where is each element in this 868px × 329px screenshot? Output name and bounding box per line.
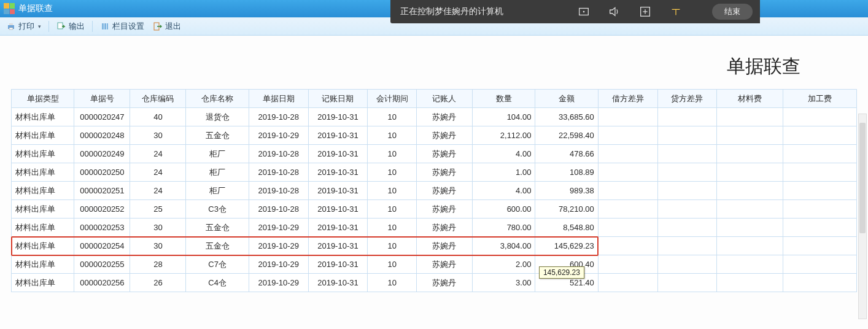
columns-button[interactable]: 栏目设置 [96, 20, 148, 33]
cell-debit_diff [598, 274, 657, 292]
tooltip-text: 145,629.23 [543, 268, 580, 277]
print-button[interactable]: 打印 ▾ [2, 20, 45, 33]
cell-period: 10 [368, 219, 417, 237]
cell-post_date: 2019-10-31 [308, 219, 368, 237]
table-row[interactable]: 材料出库单000002025124柜厂2019-10-282019-10-311… [12, 182, 857, 200]
cell-wh_code: 40 [130, 108, 186, 126]
col-wh_name[interactable]: 仓库名称 [186, 90, 249, 108]
separator [92, 21, 93, 32]
col-doc_no[interactable]: 单据号 [74, 90, 130, 108]
columns-icon [100, 21, 110, 31]
remote-control-bar: 正在控制梦佳婉丹的计算机 结束 [390, 0, 760, 23]
col-credit_diff[interactable]: 贷方差异 [657, 90, 717, 108]
vertical-scrollbar[interactable] [858, 114, 867, 319]
cell-proc_fee [783, 219, 857, 237]
cell-amount: 33,685.60 [535, 108, 598, 126]
cell-credit_diff [657, 108, 717, 126]
end-remote-label: 结束 [724, 7, 740, 16]
col-poster[interactable]: 记账人 [416, 90, 472, 108]
col-amount[interactable]: 金额 [535, 90, 598, 108]
table-row[interactable]: 材料出库单000002025626C4仓2019-10-292019-10-31… [12, 274, 857, 292]
col-proc_fee[interactable]: 加工费 [783, 90, 857, 108]
scrollbar-thumb[interactable] [859, 123, 866, 233]
svg-point-1 [583, 11, 585, 13]
cell-proc_fee [783, 108, 857, 126]
export-button[interactable]: 输出 [53, 20, 88, 33]
cell-doc_date: 2019-10-29 [249, 255, 308, 274]
cell-wh_name: 五金仓 [186, 126, 249, 145]
svg-rect-8 [9, 23, 13, 25]
table-row[interactable]: 材料出库单000002025528C7仓2019-10-292019-10-31… [12, 255, 857, 274]
cell-wh_name: 退货仓 [186, 108, 249, 126]
cell-debit_diff [598, 108, 657, 126]
cell-doc_no: 0000020252 [74, 200, 130, 219]
col-matl_fee[interactable]: 材料费 [717, 90, 783, 108]
cell-post_date: 2019-10-31 [308, 237, 368, 255]
cell-doc_date: 2019-10-28 [249, 200, 308, 219]
cell-doc_date: 2019-10-29 [249, 237, 308, 255]
col-debit_diff[interactable]: 借方差异 [598, 90, 657, 108]
table-container: 单据类型单据号仓库编码仓库名称单据日期记账日期会计期间记账人数量金额借方差异贷方… [0, 89, 868, 292]
col-doc_type[interactable]: 单据类型 [12, 90, 74, 108]
col-post_date[interactable]: 记账日期 [308, 90, 368, 108]
cell-qty: 1.00 [473, 163, 535, 182]
cell-qty: 780.00 [473, 219, 535, 237]
cell-matl_fee [717, 182, 783, 200]
table-row[interactable]: 材料出库单000002025225C3仓2019-10-282019-10-31… [12, 200, 857, 219]
cell-proc_fee [783, 255, 857, 274]
table-row[interactable]: 材料出库单000002024924柜厂2019-10-282019-10-311… [12, 145, 857, 163]
app-icon [4, 3, 15, 14]
svg-rect-11 [102, 23, 104, 29]
cell-poster: 苏婉丹 [416, 219, 472, 237]
cell-qty: 4.00 [473, 145, 535, 163]
cell-doc_no: 0000020256 [74, 274, 130, 292]
cell-proc_fee [783, 145, 857, 163]
cell-amount: 108.89 [535, 163, 598, 182]
table-row[interactable]: 材料出库单000002024830五金仓2019-10-292019-10-31… [12, 126, 857, 145]
table-row[interactable]: 材料出库单000002025024柜厂2019-10-282019-10-311… [12, 163, 857, 182]
cell-wh_name: C4仓 [186, 274, 249, 292]
cell-doc_no: 0000020254 [74, 237, 130, 255]
cell-poster: 苏婉丹 [416, 126, 472, 145]
cell-amount: 22,598.40 [535, 126, 598, 145]
cell-credit_diff [657, 145, 717, 163]
cell-doc_date: 2019-10-28 [249, 163, 308, 182]
cell-amount: 8,548.80 [535, 219, 598, 237]
cell-post_date: 2019-10-31 [308, 163, 368, 182]
end-remote-button[interactable]: 结束 [712, 4, 753, 20]
cell-doc_no: 0000020248 [74, 126, 130, 145]
cell-debit_diff [598, 163, 657, 182]
cell-poster: 苏婉丹 [416, 108, 472, 126]
volume-icon[interactable] [608, 5, 621, 18]
col-doc_date[interactable]: 单据日期 [249, 90, 308, 108]
cell-period: 10 [368, 274, 417, 292]
cell-poster: 苏婉丹 [416, 163, 472, 182]
cell-doc_no: 0000020251 [74, 182, 130, 200]
cell-qty: 600.00 [473, 200, 535, 219]
columns-label: 栏目设置 [112, 21, 144, 32]
fullscreen-icon[interactable] [577, 5, 591, 18]
separator [48, 21, 49, 32]
table-row[interactable]: 材料出库单000002025430五金仓2019-10-292019-10-31… [12, 237, 857, 255]
cell-credit_diff [657, 182, 717, 200]
cell-doc_date: 2019-10-29 [249, 219, 308, 237]
col-wh_code[interactable]: 仓库编码 [130, 90, 186, 108]
table-row[interactable]: 材料出库单000002024740退货仓2019-10-282019-10-31… [12, 108, 857, 126]
page-title: 单据联查 [0, 36, 868, 89]
pin-icon[interactable] [669, 5, 683, 18]
col-qty[interactable]: 数量 [473, 90, 535, 108]
cell-debit_diff [598, 145, 657, 163]
svg-rect-9 [9, 28, 13, 29]
cell-poster: 苏婉丹 [416, 145, 472, 163]
remote-icons [577, 5, 683, 18]
cell-doc_date: 2019-10-29 [249, 126, 308, 145]
new-window-icon[interactable] [638, 5, 652, 18]
cell-debit_diff [598, 200, 657, 219]
exit-button[interactable]: 退出 [149, 20, 185, 33]
table-row[interactable]: 材料出库单000002025330五金仓2019-10-292019-10-31… [12, 219, 857, 237]
cell-credit_diff [657, 237, 717, 255]
cell-poster: 苏婉丹 [416, 237, 472, 255]
col-period[interactable]: 会计期间 [368, 90, 417, 108]
cell-credit_diff [657, 200, 717, 219]
cell-matl_fee [717, 219, 783, 237]
